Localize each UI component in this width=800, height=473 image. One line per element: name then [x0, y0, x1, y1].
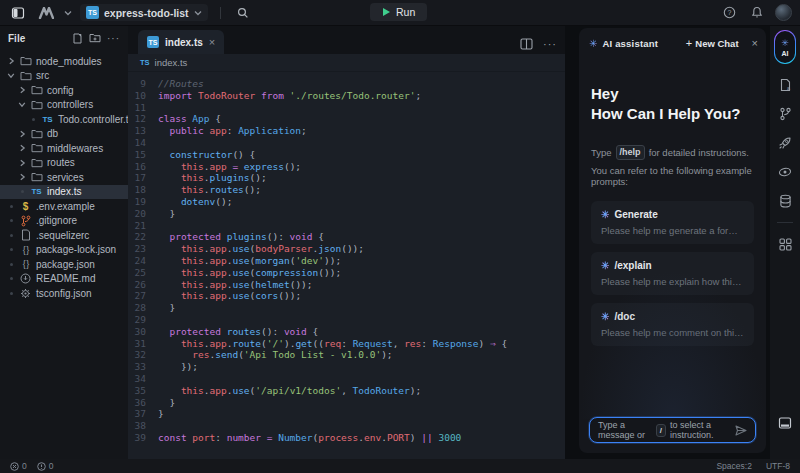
tree-item-middlewares[interactable]: middlewares: [0, 141, 128, 156]
tree-item-src[interactable]: src: [0, 69, 128, 84]
project-switcher[interactable]: TS express-todo-list: [80, 4, 208, 21]
code-line[interactable]: 12class App {: [128, 113, 565, 125]
code-line[interactable]: 22 protected plugins(): void {: [128, 231, 565, 243]
breadcrumb[interactable]: TS index.ts: [128, 54, 565, 72]
tree-item-tsconfig-json[interactable]: tsconfig.json: [0, 286, 128, 301]
run-button[interactable]: Run: [370, 3, 427, 21]
code-line[interactable]: 36 }: [128, 397, 565, 409]
code-line[interactable]: 23 this.app.use(bodyParser.json());: [128, 243, 565, 255]
prompt-card-description: Please help me comment on this code.: [601, 327, 744, 338]
docs-icon[interactable]: a: [775, 77, 795, 93]
tree-item--gitignore[interactable]: .gitignore: [0, 214, 128, 229]
code-line[interactable]: 28 }: [128, 302, 565, 314]
chat-input[interactable]: Type a message or / to select a instruct…: [589, 417, 756, 443]
code-tokens: }: [158, 397, 175, 409]
code-tokens: const port: number = Number(process.env.…: [158, 432, 461, 444]
code-line[interactable]: 37}: [128, 408, 565, 420]
code-line[interactable]: 33 });: [128, 361, 565, 373]
tree-item-db[interactable]: db: [0, 127, 128, 142]
encoding-setting[interactable]: UTF-8: [766, 461, 790, 471]
code-line[interactable]: 25 this.app.use(compression());: [128, 267, 565, 279]
rocket-icon[interactable]: [775, 135, 795, 151]
tree-item-config[interactable]: config: [0, 83, 128, 98]
tree-item-package-json[interactable]: { }package.json: [0, 257, 128, 272]
braces-icon: { }: [19, 245, 32, 255]
play-icon: [382, 7, 391, 17]
folder-icon: [30, 172, 43, 182]
code-line[interactable]: 26 this.app.use(helmet());: [128, 279, 565, 291]
code-line[interactable]: 10import TodoRouter from './routes/Todo.…: [128, 90, 565, 102]
code-line[interactable]: 9//Routes: [128, 78, 565, 90]
code-line[interactable]: 30 protected routes(): void {: [128, 326, 565, 338]
code-line[interactable]: 29: [128, 314, 565, 326]
tab-index-ts[interactable]: TS index.ts ×: [138, 30, 224, 54]
code-area[interactable]: 9//Routes10import TodoRouter from './rou…: [128, 72, 565, 459]
file-dot: [7, 277, 15, 280]
prompt-card-generate[interactable]: ✳GeneratePlease help me generate a form …: [591, 201, 754, 244]
tree-item-label: tsconfig.json: [36, 288, 92, 299]
ai-assistant-rail-button[interactable]: ✳ AI: [774, 30, 796, 64]
code-line[interactable]: 27 this.app.use(cors());: [128, 290, 565, 302]
new-file-icon[interactable]: [72, 33, 83, 44]
code-line[interactable]: 11: [128, 102, 565, 114]
tree-item--sequelizerc[interactable]: .sequelizerc: [0, 228, 128, 243]
indentation-setting[interactable]: Spaces:2: [716, 461, 751, 471]
tree-item-index-ts[interactable]: TSindex.ts: [0, 185, 128, 200]
code-line[interactable]: 35 this.app.use('/api/v1/todos', TodoRou…: [128, 385, 565, 397]
database-icon[interactable]: [775, 193, 795, 209]
sidebar-toggle-icon[interactable]: [8, 3, 28, 23]
new-chat-button[interactable]: + New Chat: [686, 37, 739, 49]
close-assistant-icon[interactable]: ×: [752, 37, 758, 49]
code-line[interactable]: 32 res.send('Api Todo List - v1.0.0');: [128, 349, 565, 361]
prompt-card--explain[interactable]: ✳/explainPlease help me explain how this…: [591, 252, 754, 295]
tree-item-package-lock-json[interactable]: { }package-lock.json: [0, 243, 128, 258]
file-dot: [7, 205, 15, 208]
warnings-indicator[interactable]: 0: [37, 461, 54, 471]
file-dot: [7, 219, 15, 222]
code-line[interactable]: 15 constructor() {: [128, 149, 565, 161]
close-tab-icon[interactable]: ×: [209, 37, 215, 48]
code-line[interactable]: 13 public app: Application;: [128, 125, 565, 137]
prompt-card--doc[interactable]: ✳/docPlease help me comment on this code…: [591, 303, 754, 346]
editor-more-icon[interactable]: ···: [543, 38, 557, 50]
devices-icon[interactable]: [775, 415, 795, 431]
code-line[interactable]: 34: [128, 373, 565, 385]
notifications-bell-icon[interactable]: [747, 3, 767, 23]
code-line[interactable]: 39const port: number = Number(process.en…: [128, 432, 565, 444]
code-line[interactable]: 18 this.routes();: [128, 184, 565, 196]
tree-item-todo-controller-ts[interactable]: TSTodo.controller.ts: [0, 112, 128, 127]
line-number: 39: [128, 432, 158, 444]
code-line[interactable]: 24 this.app.use(morgan('dev'));: [128, 255, 565, 267]
code-line[interactable]: 19 dotenv();: [128, 196, 565, 208]
avatar[interactable]: [775, 4, 792, 21]
preview-eye-icon[interactable]: [775, 164, 795, 180]
code-line[interactable]: 16 this.app = express();: [128, 161, 565, 173]
split-editor-icon[interactable]: [520, 38, 533, 50]
apps-grid-icon[interactable]: [775, 236, 795, 252]
tree-item-routes[interactable]: routes: [0, 156, 128, 171]
code-line[interactable]: 20 }: [128, 208, 565, 220]
code-line[interactable]: 14: [128, 137, 565, 149]
tree-item-services[interactable]: services: [0, 170, 128, 185]
tree-item-controllers[interactable]: controllers: [0, 98, 128, 113]
tree-item--env-example[interactable]: $.env.example: [0, 199, 128, 214]
braces-icon: { }: [19, 259, 32, 269]
app-logo[interactable]: [36, 3, 56, 23]
more-actions-icon[interactable]: ···: [107, 33, 120, 44]
code-tokens: import TodoRouter from './routes/Todo.ro…: [158, 90, 421, 102]
chevron-right-icon: [18, 159, 26, 167]
errors-indicator[interactable]: 0: [10, 461, 27, 471]
tree-item-node-modules[interactable]: node_modules: [0, 54, 128, 69]
tree-item-readme-md[interactable]: README.md: [0, 272, 128, 287]
code-line[interactable]: 31 this.app.route('/').get((req: Request…: [128, 338, 565, 350]
search-icon[interactable]: [233, 3, 253, 23]
code-line[interactable]: 17 this.plugins();: [128, 172, 565, 184]
code-line[interactable]: 21: [128, 220, 565, 232]
new-folder-icon[interactable]: [89, 33, 101, 43]
ai-sparkle-icon: ✳: [601, 209, 609, 220]
code-line[interactable]: 38: [128, 420, 565, 432]
help-icon[interactable]: ?: [719, 3, 739, 23]
chevron-down-icon[interactable]: [64, 10, 72, 16]
source-control-icon[interactable]: [775, 106, 795, 122]
send-icon[interactable]: [735, 425, 747, 436]
